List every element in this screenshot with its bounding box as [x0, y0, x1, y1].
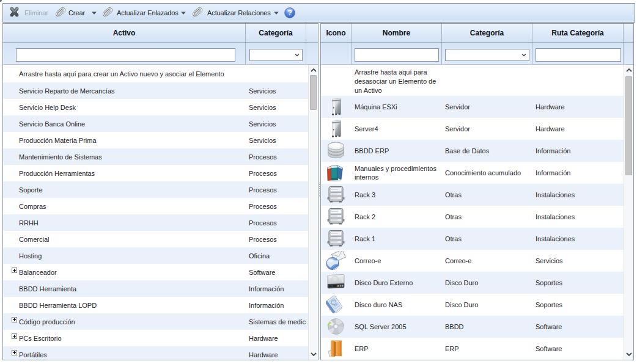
- svg-text:?: ?: [287, 9, 292, 17]
